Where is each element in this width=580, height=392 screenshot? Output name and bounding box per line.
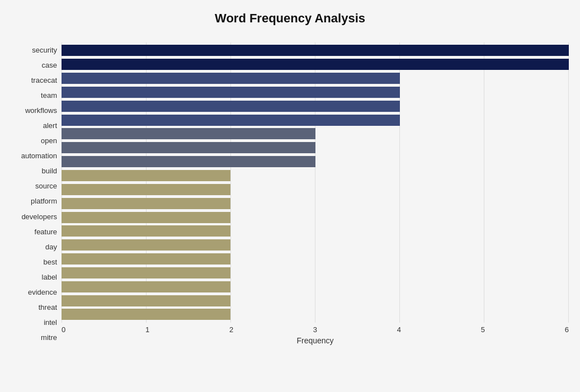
bar [62,184,230,195]
bar-row [62,308,569,322]
x-tick: 4 [397,325,401,334]
chart-area: securitycasetracecatteamworkflowsalertop… [11,42,569,345]
y-label: threat [39,304,57,311]
y-label: developers [21,213,57,220]
y-label: intel [44,319,57,326]
y-label: platform [31,197,57,205]
bar [62,128,315,139]
bar [62,295,230,306]
x-tick: 2 [229,325,233,334]
bar [62,239,230,251]
bar-row [62,99,569,113]
bar [62,198,230,209]
x-axis: 0123456 Frequency [62,323,569,345]
bar [62,156,315,167]
y-label: build [42,167,57,174]
bar-row [62,266,569,280]
bar-row [62,127,569,141]
y-label: evidence [28,289,57,296]
bar-row [62,238,569,252]
bar [62,281,230,292]
bar [62,142,315,153]
bar [62,309,230,320]
bar [62,87,400,98]
bar [62,45,569,56]
x-tick: 5 [481,325,485,334]
bar [62,101,400,112]
bar [62,59,569,70]
bar [62,73,400,84]
bar [62,170,230,181]
bars-area [62,42,569,323]
bar-row [62,44,569,58]
bar-row [62,169,569,183]
chart-title: Word Frequency Analysis [11,11,569,26]
bar-row [62,155,569,169]
y-labels: securitycasetracecatteamworkflowsalertop… [11,42,62,345]
bars-wrapper [62,42,569,323]
x-tick: 3 [313,325,317,334]
bar-row [62,280,569,294]
y-label: mitre [41,334,57,341]
y-label: case [42,62,57,69]
y-label: best [43,258,57,266]
y-label: alert [43,122,57,129]
x-tick: 6 [565,325,569,334]
bar-row [62,252,569,266]
bar [62,115,400,126]
y-label: feature [35,228,57,235]
bar [62,267,230,278]
y-label: workflows [25,107,57,114]
bar [62,212,230,223]
x-tick: 0 [62,325,65,334]
bar-row [62,86,569,100]
bars-and-x: 0123456 Frequency [62,42,569,345]
bar-row [62,113,569,127]
y-label: day [45,243,57,251]
bar [62,225,230,237]
y-label: automation [21,152,57,159]
chart-container: Word Frequency Analysis securitycasetrac… [0,0,580,392]
bar-row [62,58,569,72]
y-label: team [41,92,57,99]
bar-row [62,72,569,86]
y-label: source [35,182,57,190]
bar-row [62,294,569,308]
bar-row [62,196,569,210]
bar [62,253,230,265]
bar-row [62,210,569,224]
x-ticks: 0123456 [62,323,569,334]
y-label: security [32,46,57,54]
y-label: tracecat [31,77,57,84]
bar-row [62,182,569,196]
x-axis-label: Frequency [62,336,569,345]
y-label: label [42,273,57,281]
bar-row [62,224,569,238]
y-label: open [41,137,57,144]
x-tick: 1 [145,325,149,334]
bar-row [62,141,569,155]
